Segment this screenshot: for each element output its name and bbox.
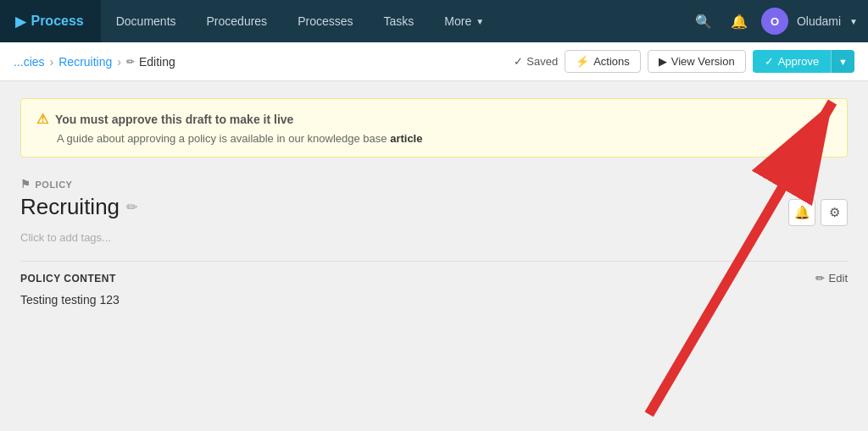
edit-button[interactable]: ✏ Edit [815, 272, 848, 285]
policy-actions-right: 🔔 ⚙ [788, 199, 848, 226]
bell-subscribe-button[interactable]: 🔔 [788, 199, 815, 226]
breadcrumb-policies[interactable]: ...cies [14, 55, 45, 69]
alert-body: A guide about approving a policy is avai… [36, 132, 832, 145]
policy-content-text: Testing testing 123 [20, 293, 848, 307]
more-caret-icon: ▼ [476, 17, 484, 26]
brand-logo[interactable]: ▶ Process [0, 0, 101, 42]
policy-content-section: POLICY CONTENT ✏ Edit Testing testing 12… [20, 272, 848, 307]
check-icon: ✓ [514, 55, 523, 68]
bolt-icon: ⚡ [576, 55, 589, 68]
edit-pencil-icon: ✏ [815, 272, 825, 285]
brand-name: Process [31, 14, 83, 29]
flag-icon: ⚑ [20, 178, 31, 191]
top-nav: ▶ Process Documents Procedures Processes… [0, 0, 868, 42]
breadcrumb-sep-2: › [117, 55, 121, 69]
nav-items: Documents Procedures Processes Tasks Mor… [101, 0, 690, 42]
actions-button[interactable]: ⚡ Actions [565, 50, 641, 73]
approve-caret-icon: ▼ [838, 57, 848, 67]
nav-item-more[interactable]: More ▼ [429, 0, 499, 42]
avatar[interactable]: O [761, 8, 788, 35]
breadcrumb-editing: ✏ Editing [126, 55, 175, 69]
policy-content-header: POLICY CONTENT ✏ Edit [20, 272, 848, 285]
alert-banner: ⚠ You must approve this draft to make it… [20, 98, 848, 157]
brand-icon: ▶ [15, 14, 25, 30]
nav-item-processes[interactable]: Processes [282, 0, 368, 42]
breadcrumb-sep-1: › [50, 55, 54, 69]
bell-icon[interactable]: 🔔 [726, 8, 753, 35]
policy-section: ⚑ POLICY Recruiting ✏ 🔔 ⚙ Click to add t… [20, 178, 848, 244]
gear-icon: ⚙ [829, 205, 840, 220]
policy-label: ⚑ POLICY [20, 178, 848, 191]
policy-title: Recruiting ✏ [20, 194, 137, 220]
nav-item-documents[interactable]: Documents [101, 0, 192, 42]
user-caret-icon[interactable]: ▼ [849, 17, 858, 26]
bell-small-icon: 🔔 [794, 205, 810, 220]
pencil-icon: ✏ [126, 56, 135, 68]
policy-content-title: POLICY CONTENT [20, 273, 116, 285]
policy-title-row: Recruiting ✏ 🔔 ⚙ [20, 194, 848, 226]
nav-item-tasks[interactable]: Tasks [368, 0, 429, 42]
policy-edit-icon[interactable]: ✏ [126, 199, 137, 215]
main-content: ⚠ You must approve this draft to make it… [0, 81, 868, 431]
saved-indicator: ✓ Saved [514, 55, 558, 68]
knowledge-base-link[interactable]: article [390, 132, 422, 145]
approve-button[interactable]: ✓ Approve [753, 50, 831, 73]
search-icon[interactable]: 🔍 [690, 8, 717, 35]
subheader-actions: ✓ Saved ⚡ Actions ▶ View Version ✓ Appro… [514, 50, 854, 73]
user-name[interactable]: Oludami [797, 14, 841, 28]
warning-icon: ⚠ [36, 111, 48, 127]
breadcrumb-recruiting[interactable]: Recruiting [58, 55, 112, 69]
approve-dropdown-button[interactable]: ▼ [831, 50, 854, 73]
play-icon: ▶ [659, 55, 667, 68]
alert-title: ⚠ You must approve this draft to make it… [36, 111, 832, 127]
approve-button-group: ✓ Approve ▼ [753, 50, 854, 73]
settings-button[interactable]: ⚙ [821, 199, 848, 226]
tags-area[interactable]: Click to add tags... [20, 231, 848, 244]
view-version-button[interactable]: ▶ View Version [648, 50, 746, 73]
section-divider [20, 261, 848, 262]
nav-right: 🔍 🔔 O Oludami ▼ [690, 8, 868, 35]
check-approve-icon: ✓ [765, 55, 774, 68]
breadcrumb: ...cies › Recruiting › ✏ Editing [14, 55, 175, 69]
sub-header: ...cies › Recruiting › ✏ Editing ✓ Saved… [0, 42, 868, 81]
nav-item-procedures[interactable]: Procedures [192, 0, 283, 42]
